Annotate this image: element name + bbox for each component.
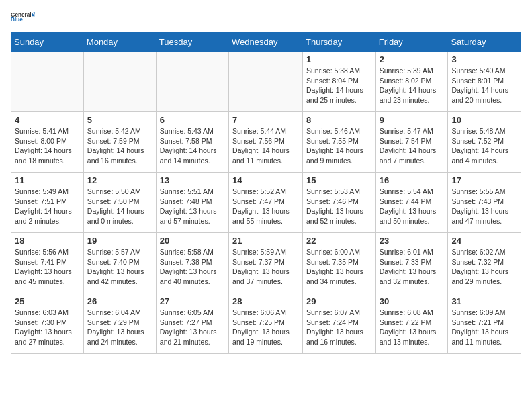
calendar-week-5: 25Sunrise: 6:03 AMSunset: 7:30 PMDayligh… xyxy=(11,293,521,354)
day-number: 22 xyxy=(306,236,372,246)
calendar-cell: 20Sunrise: 5:58 AMSunset: 7:38 PMDayligh… xyxy=(156,233,228,293)
col-header-friday: Friday xyxy=(375,33,448,52)
day-number: 16 xyxy=(380,175,445,185)
calendar-cell: 26Sunrise: 6:04 AMSunset: 7:29 PMDayligh… xyxy=(83,293,156,354)
day-detail: Sunrise: 5:39 AMSunset: 8:02 PMDaylight:… xyxy=(380,66,445,105)
calendar-cell: 9Sunrise: 5:47 AMSunset: 7:54 PMDaylight… xyxy=(375,112,448,173)
day-detail: Sunrise: 5:42 AMSunset: 7:59 PMDaylight:… xyxy=(87,126,152,166)
day-number: 5 xyxy=(87,115,152,125)
calendar-cell: 25Sunrise: 6:03 AMSunset: 7:30 PMDayligh… xyxy=(11,293,84,354)
col-header-wednesday: Wednesday xyxy=(229,33,303,52)
day-number: 18 xyxy=(15,236,80,246)
day-detail: Sunrise: 6:07 AMSunset: 7:24 PMDaylight:… xyxy=(306,308,372,347)
day-number: 6 xyxy=(160,115,225,125)
svg-marker-3 xyxy=(33,12,35,15)
day-detail: Sunrise: 5:47 AMSunset: 7:54 PMDaylight:… xyxy=(380,126,445,166)
calendar-cell: 13Sunrise: 5:51 AMSunset: 7:48 PMDayligh… xyxy=(156,173,228,233)
page-header: General Blue xyxy=(11,11,521,26)
day-number: 3 xyxy=(451,54,517,64)
day-detail: Sunrise: 6:09 AMSunset: 7:21 PMDaylight:… xyxy=(451,308,517,347)
day-detail: Sunrise: 5:48 AMSunset: 7:52 PMDaylight:… xyxy=(451,126,517,166)
calendar-cell: 7Sunrise: 5:44 AMSunset: 7:56 PMDaylight… xyxy=(229,112,303,173)
day-detail: Sunrise: 5:51 AMSunset: 7:48 PMDaylight:… xyxy=(160,187,225,226)
day-detail: Sunrise: 5:57 AMSunset: 7:40 PMDaylight:… xyxy=(87,247,152,287)
day-number: 31 xyxy=(451,296,517,306)
svg-text:Blue: Blue xyxy=(11,17,23,23)
day-detail: Sunrise: 5:49 AMSunset: 7:51 PMDaylight:… xyxy=(15,187,80,226)
day-number: 19 xyxy=(87,236,152,246)
logo-svg: General Blue xyxy=(11,11,35,24)
day-number: 7 xyxy=(232,115,299,125)
calendar-cell: 8Sunrise: 5:46 AMSunset: 7:55 PMDaylight… xyxy=(303,112,376,173)
day-number: 26 xyxy=(87,296,152,306)
day-number: 1 xyxy=(306,54,372,64)
day-number: 17 xyxy=(451,175,517,185)
day-detail: Sunrise: 5:54 AMSunset: 7:44 PMDaylight:… xyxy=(380,187,445,226)
calendar-cell: 3Sunrise: 5:40 AMSunset: 8:01 PMDaylight… xyxy=(448,52,521,112)
day-detail: Sunrise: 5:53 AMSunset: 7:46 PMDaylight:… xyxy=(306,187,372,226)
day-number: 13 xyxy=(160,175,225,185)
day-detail: Sunrise: 6:03 AMSunset: 7:30 PMDaylight:… xyxy=(15,308,80,347)
day-number: 14 xyxy=(232,175,299,185)
calendar-cell: 21Sunrise: 5:59 AMSunset: 7:37 PMDayligh… xyxy=(229,233,303,293)
day-number: 8 xyxy=(306,115,372,125)
calendar-cell: 30Sunrise: 6:08 AMSunset: 7:22 PMDayligh… xyxy=(375,293,448,354)
day-detail: Sunrise: 6:02 AMSunset: 7:32 PMDaylight:… xyxy=(451,247,517,287)
day-number: 25 xyxy=(15,296,80,306)
col-header-tuesday: Tuesday xyxy=(156,33,228,52)
calendar-cell xyxy=(156,52,228,112)
day-number: 21 xyxy=(232,236,299,246)
day-detail: Sunrise: 5:50 AMSunset: 7:50 PMDaylight:… xyxy=(87,187,152,226)
calendar-cell: 28Sunrise: 6:06 AMSunset: 7:25 PMDayligh… xyxy=(229,293,303,354)
day-detail: Sunrise: 5:46 AMSunset: 7:55 PMDaylight:… xyxy=(306,126,372,166)
calendar-week-2: 4Sunrise: 5:41 AMSunset: 8:00 PMDaylight… xyxy=(11,112,521,173)
day-detail: Sunrise: 6:05 AMSunset: 7:27 PMDaylight:… xyxy=(160,308,225,347)
day-number: 11 xyxy=(15,175,80,185)
day-number: 15 xyxy=(306,175,372,185)
calendar-cell: 27Sunrise: 6:05 AMSunset: 7:27 PMDayligh… xyxy=(156,293,228,354)
calendar-cell: 31Sunrise: 6:09 AMSunset: 7:21 PMDayligh… xyxy=(448,293,521,354)
day-detail: Sunrise: 5:56 AMSunset: 7:41 PMDaylight:… xyxy=(15,247,80,287)
calendar-week-1: 1Sunrise: 5:38 AMSunset: 8:04 PMDaylight… xyxy=(11,52,521,112)
calendar-cell: 17Sunrise: 5:55 AMSunset: 7:43 PMDayligh… xyxy=(448,173,521,233)
day-detail: Sunrise: 5:55 AMSunset: 7:43 PMDaylight:… xyxy=(451,187,517,226)
day-detail: Sunrise: 6:06 AMSunset: 7:25 PMDaylight:… xyxy=(232,308,299,347)
logo: General Blue xyxy=(11,11,35,26)
calendar-week-4: 18Sunrise: 5:56 AMSunset: 7:41 PMDayligh… xyxy=(11,233,521,293)
calendar-cell: 24Sunrise: 6:02 AMSunset: 7:32 PMDayligh… xyxy=(448,233,521,293)
day-number: 20 xyxy=(160,236,225,246)
calendar-week-3: 11Sunrise: 5:49 AMSunset: 7:51 PMDayligh… xyxy=(11,173,521,233)
col-header-sunday: Sunday xyxy=(11,33,84,52)
calendar-cell: 23Sunrise: 6:01 AMSunset: 7:33 PMDayligh… xyxy=(375,233,448,293)
day-detail: Sunrise: 6:04 AMSunset: 7:29 PMDaylight:… xyxy=(87,308,152,347)
day-number: 27 xyxy=(160,296,225,306)
calendar-cell: 15Sunrise: 5:53 AMSunset: 7:46 PMDayligh… xyxy=(303,173,376,233)
calendar-cell: 16Sunrise: 5:54 AMSunset: 7:44 PMDayligh… xyxy=(375,173,448,233)
calendar-cell: 10Sunrise: 5:48 AMSunset: 7:52 PMDayligh… xyxy=(448,112,521,173)
day-number: 12 xyxy=(87,175,152,185)
calendar-cell: 22Sunrise: 6:00 AMSunset: 7:35 PMDayligh… xyxy=(303,233,376,293)
day-detail: Sunrise: 5:59 AMSunset: 7:37 PMDaylight:… xyxy=(232,247,299,287)
day-detail: Sunrise: 5:58 AMSunset: 7:38 PMDaylight:… xyxy=(160,247,225,287)
day-detail: Sunrise: 6:01 AMSunset: 7:33 PMDaylight:… xyxy=(380,247,445,287)
day-detail: Sunrise: 6:08 AMSunset: 7:22 PMDaylight:… xyxy=(380,308,445,347)
day-number: 24 xyxy=(451,236,517,246)
col-header-saturday: Saturday xyxy=(448,33,521,52)
calendar-cell: 12Sunrise: 5:50 AMSunset: 7:50 PMDayligh… xyxy=(83,173,156,233)
day-number: 9 xyxy=(380,115,445,125)
calendar-table: SundayMondayTuesdayWednesdayThursdayFrid… xyxy=(11,32,521,354)
col-header-thursday: Thursday xyxy=(303,33,376,52)
calendar-cell xyxy=(83,52,156,112)
day-detail: Sunrise: 5:38 AMSunset: 8:04 PMDaylight:… xyxy=(306,66,372,105)
day-number: 29 xyxy=(306,296,372,306)
calendar-cell: 29Sunrise: 6:07 AMSunset: 7:24 PMDayligh… xyxy=(303,293,376,354)
day-number: 23 xyxy=(380,236,445,246)
calendar-cell xyxy=(229,52,303,112)
calendar-cell: 5Sunrise: 5:42 AMSunset: 7:59 PMDaylight… xyxy=(83,112,156,173)
calendar-cell: 18Sunrise: 5:56 AMSunset: 7:41 PMDayligh… xyxy=(11,233,84,293)
day-number: 28 xyxy=(232,296,299,306)
calendar-cell: 11Sunrise: 5:49 AMSunset: 7:51 PMDayligh… xyxy=(11,173,84,233)
calendar-cell: 19Sunrise: 5:57 AMSunset: 7:40 PMDayligh… xyxy=(83,233,156,293)
calendar-cell: 14Sunrise: 5:52 AMSunset: 7:47 PMDayligh… xyxy=(229,173,303,233)
calendar-cell: 4Sunrise: 5:41 AMSunset: 8:00 PMDaylight… xyxy=(11,112,84,173)
